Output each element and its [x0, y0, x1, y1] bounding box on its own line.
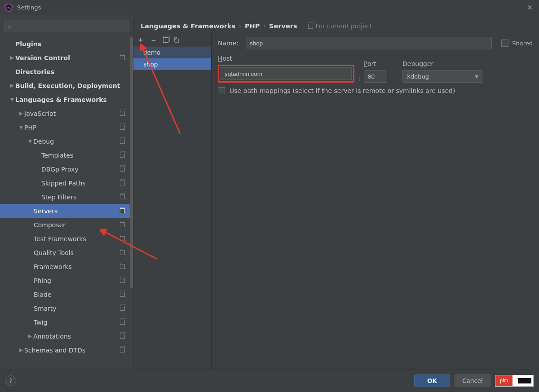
window-title: Settings: [17, 4, 41, 11]
breadcrumb-3[interactable]: Servers: [269, 22, 297, 30]
copy-icon: [120, 125, 125, 130]
close-icon[interactable]: ✕: [527, 4, 533, 12]
sidebar-item-smarty[interactable]: Smarty: [0, 301, 133, 315]
sidebar-item-twig[interactable]: Twig: [0, 315, 133, 329]
sidebar-item-php[interactable]: ▼PHP: [0, 120, 133, 134]
path-mappings-checkbox[interactable]: [218, 87, 225, 94]
copy-icon: [120, 264, 125, 269]
sidebar-item-skipped-paths[interactable]: Skipped Paths: [0, 176, 133, 190]
name-label: Name:: [218, 40, 246, 47]
copy-icon: [120, 153, 125, 158]
sidebar-item-label: Build, Execution, Deployment: [15, 82, 120, 89]
server-item-demo[interactable]: demo: [133, 47, 211, 58]
scrollbar-thumb[interactable]: [130, 37, 133, 288]
sidebar-item-label: Debug: [33, 138, 54, 145]
sidebar-item-label: PHP: [24, 124, 36, 131]
tree-arrow-icon: ▶: [9, 83, 15, 88]
copy-icon: [120, 278, 125, 283]
sidebar-item-composer[interactable]: Composer: [0, 218, 133, 232]
tree-arrow-icon: ▶: [18, 347, 24, 353]
sidebar-item-quality-tools[interactable]: Quality Tools: [0, 246, 133, 260]
port-input[interactable]: [364, 70, 387, 83]
sidebar-item-templates[interactable]: Templates: [0, 148, 133, 162]
debugger-select[interactable]: Xdebug ▼: [402, 70, 482, 83]
copy-icon: [308, 24, 313, 29]
sidebar-item-label: Twig: [34, 319, 47, 326]
sidebar-item-label: Schemas and DTDs: [24, 347, 85, 354]
chevron-right-icon: ›: [263, 23, 265, 29]
name-input[interactable]: [246, 37, 492, 49]
sidebar-item-label: Smarty: [34, 305, 57, 312]
sidebar-item-label: Quality Tools: [34, 249, 74, 256]
sidebar-item-directories[interactable]: Directories: [0, 65, 133, 79]
tree-arrow-icon: ▼: [18, 124, 24, 130]
sidebar-item-label: Version Control: [15, 54, 70, 62]
annotation-highlight-host: [218, 65, 354, 83]
php-badge-text: php: [495, 375, 512, 386]
sidebar-item-label: Servers: [34, 207, 57, 215]
breadcrumb-1[interactable]: Languages & Frameworks: [141, 22, 235, 30]
shared-checkbox[interactable]: [501, 40, 508, 47]
sidebar-item-step-filters[interactable]: Step Filters: [0, 190, 133, 204]
shared-label[interactable]: Shared: [512, 40, 533, 47]
breadcrumb-2[interactable]: PHP: [245, 22, 260, 30]
sidebar-item-schemas-and-dtds[interactable]: ▶Schemas and DTDs: [0, 343, 133, 357]
tree-arrow-icon: ▶: [18, 110, 24, 116]
add-icon[interactable]: ＋: [137, 35, 144, 45]
search-icon: ⌕: [8, 23, 11, 30]
sidebar-item-label: Skipped Paths: [41, 180, 86, 187]
sidebar-item-phing[interactable]: Phing: [0, 273, 133, 287]
cancel-button[interactable]: Cancel: [455, 374, 490, 387]
copy-icon: [120, 194, 125, 199]
app-icon: PS: [4, 4, 13, 12]
list-toolbar: ＋ －: [133, 33, 211, 47]
sidebar-item-build-execution-deployment[interactable]: ▶Build, Execution, Deployment: [0, 79, 133, 92]
copy-icon: [120, 111, 125, 116]
svg-text:PS: PS: [6, 6, 11, 10]
copy-icon: [120, 139, 125, 144]
dialog-footer: ? OK Cancel php: [0, 370, 539, 391]
sidebar-item-plugins[interactable]: Plugins: [0, 37, 133, 51]
chevron-right-icon: ›: [239, 23, 241, 29]
copy-icon: [120, 334, 125, 339]
copy-icon: [120, 320, 125, 325]
sidebar-item-label: Templates: [41, 152, 73, 159]
copy-icon: [120, 208, 125, 213]
sidebar-item-annotations[interactable]: ▶Annotations: [0, 329, 133, 343]
sidebar-item-label: Frameworks: [34, 263, 72, 270]
server-item-shop[interactable]: shop: [133, 58, 211, 70]
copy-icon: [120, 306, 125, 311]
copy-icon[interactable]: [163, 37, 168, 43]
php-badge-bar: [518, 378, 531, 383]
sidebar-item-dbgp-proxy[interactable]: DBGp Proxy: [0, 162, 133, 176]
sidebar-item-label: Composer: [34, 221, 66, 229]
path-mappings-label[interactable]: Use path mappings (select if the server …: [230, 87, 455, 94]
sidebar-item-languages-frameworks[interactable]: ▼Languages & Frameworks: [0, 92, 133, 106]
server-form: Name: Shared Host :: [212, 33, 539, 370]
titlebar: PS Settings ✕: [0, 0, 539, 15]
tree-arrow-icon: ▼: [9, 97, 15, 102]
sidebar-item-blade[interactable]: Blade: [0, 287, 133, 301]
sidebar-item-servers[interactable]: Servers: [0, 204, 133, 218]
sidebar-item-javascript[interactable]: ▶JavaScript: [0, 106, 133, 120]
sidebar-item-label: DBGp Proxy: [41, 166, 79, 173]
remove-icon[interactable]: －: [150, 35, 158, 45]
sidebar-item-frameworks[interactable]: Frameworks: [0, 260, 133, 273]
search-input[interactable]: [4, 20, 128, 32]
server-list[interactable]: demoshop: [133, 47, 211, 370]
help-button[interactable]: ?: [5, 375, 16, 386]
settings-tree[interactable]: Plugins▶Version ControlDirectories▶Build…: [0, 35, 133, 370]
sidebar-item-label: JavaScript: [24, 110, 56, 117]
copy-icon: [120, 167, 125, 172]
debugger-value: Xdebug: [406, 73, 429, 80]
sidebar-item-test-frameworks[interactable]: Test Frameworks: [0, 232, 133, 246]
for-project-label: For current project: [316, 22, 372, 30]
host-input[interactable]: [221, 67, 352, 80]
sidebar-item-version-control[interactable]: ▶Version Control: [0, 51, 133, 65]
sidebar-item-label: Blade: [34, 291, 52, 298]
ok-button[interactable]: OK: [414, 374, 450, 387]
import-icon[interactable]: [174, 37, 180, 43]
sidebar-item-label: Languages & Frameworks: [15, 96, 107, 103]
sidebar-item-label: Test Frameworks: [34, 235, 86, 242]
sidebar-item-debug[interactable]: ▼Debug: [0, 134, 133, 148]
